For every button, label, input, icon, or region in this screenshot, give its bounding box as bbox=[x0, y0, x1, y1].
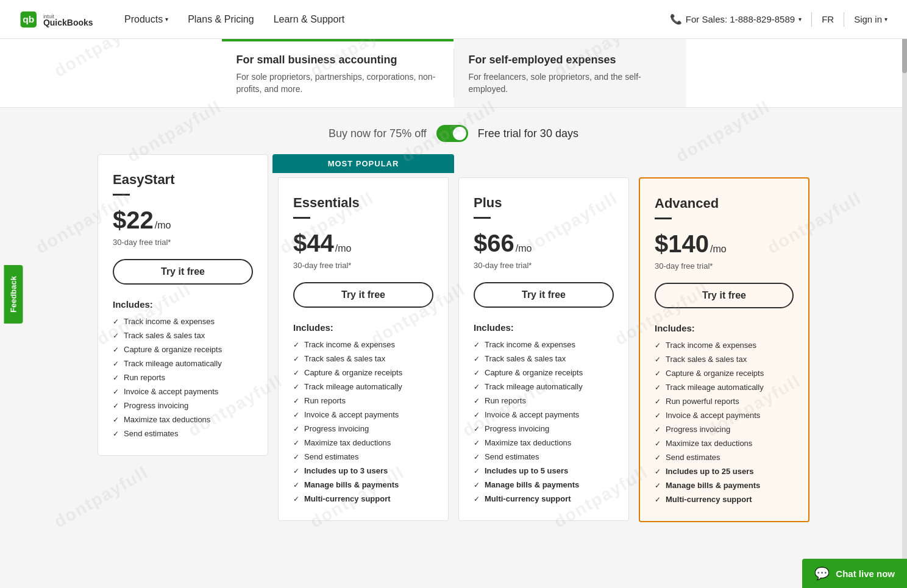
list-item: ✓Multi-currency support bbox=[293, 494, 433, 503]
plan-advanced: Advanced $ 140 /mo 30-day free trial* Tr… bbox=[639, 177, 809, 522]
plan-essentials: Essentials $ 44 /mo 30-day free trial* T… bbox=[278, 177, 449, 521]
tab-small-business-title: For small business accounting bbox=[237, 54, 439, 66]
pricing-toggle[interactable] bbox=[436, 125, 468, 142]
check-icon: ✓ bbox=[293, 341, 299, 349]
advanced-price: $ 140 /mo bbox=[655, 230, 794, 258]
list-item: ✓Track mileage automatically bbox=[113, 359, 253, 368]
easystart-amount: 22 bbox=[126, 207, 154, 234]
check-icon: ✓ bbox=[474, 369, 480, 377]
list-item: ✓Maximize tax deductions bbox=[655, 439, 794, 448]
check-icon: ✓ bbox=[655, 341, 661, 350]
easystart-period: /mo bbox=[155, 220, 171, 231]
list-item: ✓Send estimates bbox=[655, 453, 794, 462]
product-tabs: For small business accounting For sole p… bbox=[0, 39, 907, 108]
nav-right: 📞 For Sales: 1-888-829-8589 ▾ FR Sign in… bbox=[670, 12, 887, 27]
check-icon: ✓ bbox=[655, 355, 661, 364]
list-item: ✓Manage bills & payments bbox=[474, 480, 614, 489]
essentials-trial: 30-day free trial* bbox=[293, 261, 433, 270]
toggle-knob bbox=[453, 127, 466, 140]
check-icon: ✓ bbox=[113, 402, 119, 410]
nav-plans-pricing[interactable]: Plans & Pricing bbox=[188, 14, 254, 25]
plus-features: ✓Track income & expenses ✓Track sales & … bbox=[474, 340, 614, 503]
nav-divider-2 bbox=[844, 12, 844, 27]
advanced-trial: 30-day free trial* bbox=[655, 261, 794, 271]
easystart-price: $ 22 /mo bbox=[113, 207, 253, 234]
check-icon: ✓ bbox=[293, 481, 299, 489]
list-item: ✓Manage bills & payments bbox=[655, 481, 794, 490]
feedback-tab[interactable]: Feedback bbox=[4, 265, 23, 324]
list-item: ✓Send estimates bbox=[474, 452, 614, 461]
plus-price: $ 66 /mo bbox=[474, 230, 614, 257]
check-icon: ✓ bbox=[474, 411, 480, 419]
phone-icon: 📞 bbox=[670, 13, 682, 25]
check-icon: ✓ bbox=[474, 467, 480, 475]
advanced-period: /mo bbox=[710, 244, 727, 255]
check-icon: ✓ bbox=[655, 369, 661, 378]
plus-period: /mo bbox=[516, 243, 532, 254]
list-item: ✓Send estimates bbox=[293, 452, 433, 461]
check-icon: ✓ bbox=[655, 425, 661, 434]
list-item: ✓Progress invoicing bbox=[113, 401, 253, 410]
essentials-cta-button[interactable]: Try it free bbox=[293, 282, 433, 308]
list-item: ✓Progress invoicing bbox=[293, 424, 433, 433]
easystart-cta-button[interactable]: Try it free bbox=[113, 259, 253, 285]
list-item: ✓Maximize tax deductions bbox=[293, 438, 433, 447]
products-chevron-icon: ▾ bbox=[165, 16, 168, 23]
check-icon: ✓ bbox=[293, 397, 299, 405]
advanced-cta-button[interactable]: Try it free bbox=[655, 283, 794, 308]
tab-small-business[interactable]: For small business accounting For sole p… bbox=[222, 39, 453, 107]
check-icon: ✓ bbox=[293, 453, 299, 461]
list-item: ✓Run reports bbox=[293, 396, 433, 405]
list-item: ✓Invoice & accept payments bbox=[113, 387, 253, 396]
tab-self-employed[interactable]: For self-employed expenses For freelance… bbox=[454, 39, 686, 107]
toggle-left-label: Buy now for 75% off bbox=[329, 127, 427, 140]
sign-in-button[interactable]: Sign in ▾ bbox=[854, 14, 887, 24]
essentials-price: $ 44 /mo bbox=[293, 230, 433, 257]
signin-chevron-icon: ▾ bbox=[884, 16, 887, 23]
list-item: ✓Track sales & sales tax bbox=[113, 331, 253, 340]
check-icon: ✓ bbox=[474, 453, 480, 461]
essentials-dollar: $ bbox=[293, 230, 307, 257]
plus-name: Plus bbox=[474, 195, 614, 211]
easystart-trial: 30-day free trial* bbox=[113, 238, 253, 247]
easystart-includes: Includes: bbox=[113, 299, 253, 310]
check-icon: ✓ bbox=[113, 331, 119, 340]
advanced-dollar: $ bbox=[655, 230, 668, 258]
list-item: ✓Progress invoicing bbox=[474, 424, 614, 433]
check-icon: ✓ bbox=[113, 374, 119, 382]
easystart-name: EasyStart bbox=[113, 172, 253, 188]
phone-contact[interactable]: 📞 For Sales: 1-888-829-8589 ▾ bbox=[670, 13, 802, 25]
pricing-toggle-section: Buy now for 75% off Free trial for 30 da… bbox=[0, 108, 907, 154]
list-item: ✓Includes up to 5 users bbox=[474, 466, 614, 475]
list-item: ✓Track income & expenses bbox=[113, 317, 253, 326]
list-item: ✓Includes up to 25 users bbox=[655, 467, 794, 476]
tab-self-employed-title: For self-employed expenses bbox=[469, 54, 671, 66]
nav-divider bbox=[811, 12, 812, 27]
list-item: ✓Track income & expenses bbox=[474, 340, 614, 349]
plans-grid: EasyStart $ 22 /mo 30-day free trial* Tr… bbox=[0, 154, 907, 547]
nav-learn-support[interactable]: Learn & Support bbox=[274, 14, 345, 25]
check-icon: ✓ bbox=[293, 355, 299, 363]
scrollbar[interactable] bbox=[902, 0, 907, 547]
language-selector[interactable]: FR bbox=[822, 14, 834, 24]
list-item: ✓Track mileage automatically bbox=[474, 382, 614, 391]
advanced-amount: 140 bbox=[668, 230, 709, 258]
nav-products[interactable]: Products ▾ bbox=[124, 14, 168, 25]
list-item: ✓Run reports bbox=[474, 396, 614, 405]
check-icon: ✓ bbox=[113, 430, 119, 438]
plus-trial: 30-day free trial* bbox=[474, 261, 614, 270]
navigation: qb intuit QuickBooks Products ▾ Plans & … bbox=[0, 0, 907, 39]
list-item: ✓Multi-currency support bbox=[655, 495, 794, 504]
essentials-wrapper: MOST POPULAR Essentials $ 44 /mo 30-day … bbox=[273, 177, 453, 521]
plus-cta-button[interactable]: Try it free bbox=[474, 282, 614, 308]
check-icon: ✓ bbox=[655, 411, 661, 420]
check-icon: ✓ bbox=[655, 397, 661, 406]
check-icon: ✓ bbox=[293, 369, 299, 377]
logo[interactable]: qb intuit QuickBooks bbox=[20, 7, 105, 32]
check-icon: ✓ bbox=[293, 425, 299, 433]
list-item: ✓Includes up to 3 users bbox=[293, 466, 433, 475]
most-popular-banner: MOST POPULAR bbox=[272, 154, 454, 173]
list-item: ✓Maximize tax deductions bbox=[113, 415, 253, 424]
check-icon: ✓ bbox=[113, 360, 119, 368]
list-item: ✓Capture & organize receipts bbox=[474, 368, 614, 377]
